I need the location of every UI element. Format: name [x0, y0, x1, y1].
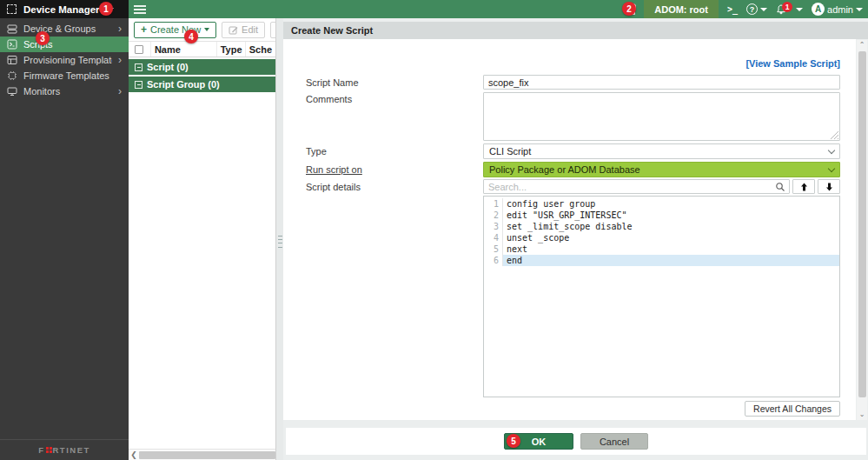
app-title[interactable]: Device Manager	[23, 4, 100, 15]
chevron-down-icon	[828, 146, 835, 153]
code-line-highlighted[interactable]: end	[503, 255, 839, 266]
dialog-footer: OK Cancel	[286, 428, 866, 455]
search-prev-button[interactable]	[792, 179, 815, 194]
scripts-list-panel: + Create New Edit Delete Name Type Sche …	[129, 18, 276, 460]
resize-grip-icon[interactable]	[831, 131, 838, 139]
splitter-grip-icon	[278, 236, 282, 248]
select-all-checkbox[interactable]	[135, 45, 143, 54]
device-groups-icon	[7, 23, 17, 34]
sidebar-item-scripts[interactable]: Scripts	[0, 37, 129, 52]
edit-button[interactable]: Edit	[222, 22, 265, 38]
notification-count-badge: 1	[782, 2, 792, 12]
fortinet-logo-mark	[46, 447, 52, 453]
help-icon: ?	[746, 3, 758, 15]
search-icon	[775, 182, 785, 192]
run-script-on-select[interactable]: Policy Package or ADOM Database	[483, 162, 840, 177]
group-row-script-group[interactable]: Script Group (0)	[129, 77, 275, 92]
code-line[interactable]: next	[503, 243, 839, 255]
scrollbar-thumb[interactable]	[139, 451, 275, 459]
avatar: A	[812, 3, 825, 16]
sidebar-item-monitors[interactable]: Monitors ›	[0, 83, 129, 99]
script-search-row	[483, 179, 840, 194]
scroll-left-icon[interactable]: ❮	[129, 450, 139, 459]
plus-icon: +	[141, 23, 147, 36]
code-line[interactable]: config user group	[503, 198, 839, 210]
script-details-label: Script details	[306, 182, 361, 192]
scripts-icon	[7, 39, 17, 50]
username: admin	[827, 4, 853, 15]
provisioning-templates-icon	[7, 55, 17, 65]
code-line[interactable]: edit "USR_GRP_INTERSEC"	[503, 210, 839, 221]
cli-console-icon[interactable]: >_	[727, 4, 738, 14]
collapse-icon[interactable]	[135, 81, 142, 89]
script-code-editor[interactable]: 1config user group 2edit "USR_GRP_INTERS…	[483, 196, 840, 397]
cancel-button[interactable]: Cancel	[580, 433, 648, 450]
type-label: Type	[306, 146, 327, 157]
sidebar-item-provisioning-templates[interactable]: Provisioning Templates ›	[0, 52, 129, 68]
help-caret-icon	[760, 8, 767, 11]
code-line[interactable]: unset _scope	[503, 232, 839, 243]
create-new-button[interactable]: + Create New	[134, 22, 216, 38]
user-caret-icon	[856, 8, 863, 11]
firmware-templates-icon	[7, 70, 17, 81]
user-menu[interactable]: A admin	[812, 3, 863, 16]
sidebar-item-firmware-templates[interactable]: Firmware Templates	[0, 68, 129, 83]
create-new-script-dialog: Create New Script [View Sample Script] S…	[283, 18, 868, 460]
group-row-script[interactable]: Script (0)	[129, 59, 275, 75]
run-on-field-wrap: Policy Package or ADOM Database	[483, 162, 840, 177]
run-script-on-label: Run script on	[306, 164, 362, 175]
delete-button[interactable]: Delete	[270, 22, 276, 38]
column-header-schedule[interactable]: Sche	[246, 42, 275, 57]
view-sample-script-link[interactable]: [View Sample Script]	[745, 58, 840, 69]
notifications-caret-icon	[796, 8, 803, 11]
bell-icon: 1	[776, 4, 786, 15]
panel-splitter[interactable]	[276, 18, 283, 460]
annotation-step-4: 4	[184, 30, 198, 43]
script-name-label: Script Name	[306, 77, 359, 88]
chevron-down-icon	[204, 28, 209, 31]
dialog-title: Create New Script	[283, 22, 868, 39]
sidebar-footer: FRTINET	[0, 439, 129, 460]
collapse-icon[interactable]	[135, 63, 142, 71]
scrollbar-thumb[interactable]	[858, 51, 866, 397]
annotation-step-2: 2	[622, 2, 636, 16]
table-header: Name Type Sche	[129, 41, 275, 57]
annotation-step-3: 3	[36, 31, 50, 45]
annotation-step-5: 5	[507, 434, 520, 448]
list-toolbar: + Create New Edit Delete	[129, 18, 275, 41]
comments-label: Comments	[306, 94, 352, 104]
app-grid-icon[interactable]	[7, 4, 17, 14]
scroll-down-icon[interactable]: ⌄	[857, 410, 867, 420]
column-header-type[interactable]: Type	[217, 42, 246, 57]
code-line[interactable]: set _limit_scope disable	[503, 221, 839, 232]
dialog-vertical-scrollbar[interactable]: ⌃ ⌄	[857, 40, 867, 420]
sidebar-item-device-groups[interactable]: Device & Groups ›	[0, 21, 129, 37]
hamburger-menu-icon[interactable]	[134, 5, 146, 14]
column-header-name[interactable]: Name	[151, 42, 217, 57]
monitors-icon	[7, 86, 17, 97]
scroll-up-icon[interactable]: ⌃	[857, 40, 867, 50]
notifications-menu[interactable]: 1	[776, 4, 803, 15]
adom-selector[interactable]: ADOM: root	[644, 0, 719, 18]
fortinet-logo: FRTINET	[38, 445, 90, 455]
comments-textarea[interactable]	[483, 92, 840, 141]
edit-icon	[229, 25, 238, 35]
top-navbar: ADOM: root >_ ? 1 A admin	[129, 0, 868, 18]
script-search-box	[483, 179, 790, 194]
dialog-body: [View Sample Script] Script Name Comment…	[283, 39, 856, 420]
help-menu[interactable]: ?	[746, 3, 767, 15]
horizontal-scrollbar[interactable]: ❮	[129, 449, 275, 460]
chevron-right-icon: ›	[118, 24, 122, 33]
chevron-right-icon: ›	[118, 56, 122, 64]
script-name-field-wrap	[483, 75, 840, 90]
type-field-wrap: CLI Script	[483, 143, 840, 159]
arrow-up-icon	[800, 183, 808, 191]
script-search-input[interactable]	[484, 180, 775, 193]
chevron-right-icon: ›	[118, 87, 122, 96]
annotation-step-1: 1	[99, 2, 113, 16]
script-name-input[interactable]	[483, 75, 840, 90]
revert-all-changes-button[interactable]: Revert All Changes	[745, 401, 840, 417]
search-next-button[interactable]	[818, 179, 840, 194]
sidebar: Device & Groups › Scripts Provisioning T…	[0, 18, 129, 460]
type-select[interactable]: CLI Script	[483, 143, 840, 159]
